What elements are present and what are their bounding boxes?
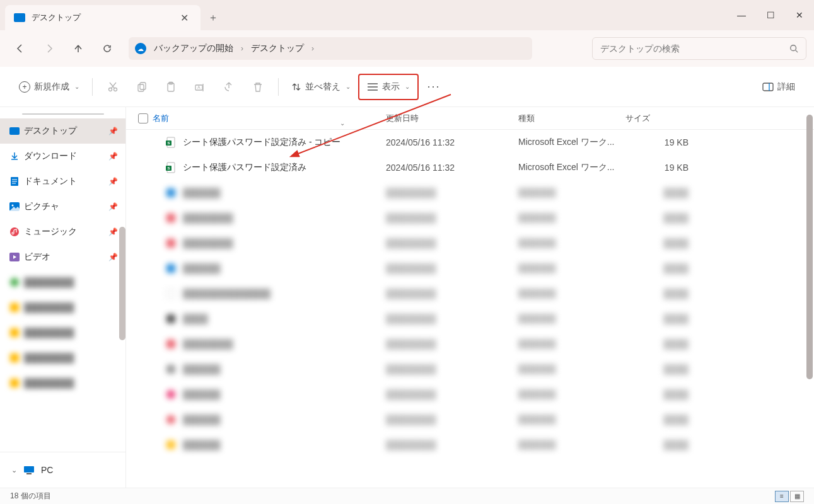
pin-icon: 📌: [108, 227, 118, 236]
chevron-down-icon: ⌄: [346, 83, 351, 90]
sidebar-item-blurred[interactable]: ████████: [0, 320, 125, 345]
delete-button[interactable]: [244, 74, 272, 100]
file-row-blurred[interactable]: ████████████████████████: [126, 432, 814, 457]
share-button[interactable]: [215, 74, 243, 100]
rename-button[interactable]: A: [186, 74, 214, 100]
sidebar-item-label: ドキュメント: [24, 176, 77, 187]
sidebar-item-pc[interactable]: ⌄ PC: [0, 459, 125, 481]
sort-button[interactable]: 並べ替え ⌄: [285, 74, 357, 100]
separator: [92, 78, 93, 96]
svg-rect-9: [763, 83, 773, 91]
up-button[interactable]: [66, 37, 91, 60]
svg-point-13: [10, 227, 19, 236]
minimize-button[interactable]: —: [727, 3, 756, 28]
file-list: 名前 ⌄ 更新日時 種類 サイズ S シート保護パスワード設定済み - コピー …: [126, 107, 814, 488]
sort-indicator-icon: ⌄: [340, 120, 345, 127]
thumbnails-view-button[interactable]: ▦: [790, 491, 804, 502]
file-row-blurred[interactable]: ████████████████████████: [126, 180, 814, 205]
tab-desktop[interactable]: デスクトップ ✕: [5, 5, 201, 30]
breadcrumb-backup[interactable]: バックアップの開始: [151, 43, 236, 54]
sidebar-item-music[interactable]: ミュージック 📌: [0, 219, 125, 244]
sidebar-divider: [22, 113, 104, 115]
sidebar-scrollbar[interactable]: [119, 227, 125, 340]
sidebar-item-blurred[interactable]: ████████: [0, 295, 125, 320]
sidebar-item-blurred[interactable]: ████████: [0, 270, 125, 295]
sidebar-item-label: ミュージック: [24, 226, 77, 238]
file-row[interactable]: S シート保護パスワード設定済み - コピー 2024/05/16 11:32 …: [126, 130, 814, 155]
search-icon: [789, 44, 798, 53]
file-row[interactable]: S シート保護パスワード設定済み 2024/05/16 11:32 Micros…: [126, 155, 814, 180]
svg-rect-15: [24, 466, 34, 472]
pin-icon: 📌: [108, 127, 118, 135]
close-window-button[interactable]: ✕: [785, 3, 814, 28]
toolbar: + 新規作成 ⌄ A 並べ替え ⌄ 表示 ⌄ ··· 詳細: [0, 67, 814, 107]
ellipsis-icon: ···: [427, 80, 440, 93]
file-row-blurred[interactable]: ██████████████████████████: [126, 331, 814, 357]
refresh-button[interactable]: [95, 37, 120, 60]
view-button[interactable]: 表示 ⌄: [358, 74, 419, 100]
new-button[interactable]: + 新規作成 ⌄: [13, 74, 86, 100]
svg-rect-4: [140, 83, 146, 89]
file-row-blurred[interactable]: ████████████████████████: [126, 256, 814, 281]
navbar: ☁ バックアップの開始 › デスクトップ ›: [0, 30, 814, 67]
file-date: 2024/05/16 11:32: [386, 163, 518, 173]
new-tab-button[interactable]: ＋: [201, 5, 226, 30]
new-label: 新規作成: [34, 81, 69, 93]
file-row-blurred[interactable]: ████████████████████████: [126, 407, 814, 432]
window-controls: — ☐ ✕: [727, 3, 814, 28]
sidebar-item-pictures[interactable]: ピクチャ 📌: [0, 194, 125, 219]
file-row-blurred[interactable]: ██████████████████████████: [126, 231, 814, 256]
sidebar-item-blurred[interactable]: ████████: [0, 370, 125, 396]
desktop-icon: [9, 125, 20, 137]
sidebar-item-videos[interactable]: ビデオ 📌: [0, 244, 125, 270]
back-button[interactable]: [8, 37, 33, 60]
sidebar-item-documents[interactable]: ドキュメント 📌: [0, 169, 125, 194]
video-icon: [9, 251, 20, 263]
file-row-blurred[interactable]: ████████████████████████: [126, 357, 814, 382]
copy-button[interactable]: [128, 74, 156, 100]
pin-icon: 📌: [108, 152, 118, 161]
details-view-button[interactable]: ≡: [775, 491, 789, 502]
sidebar-item-blurred[interactable]: ████████: [0, 345, 125, 370]
column-header-name[interactable]: 名前 ⌄: [153, 113, 386, 124]
column-header-type[interactable]: 種類: [518, 113, 625, 124]
file-row-blurred[interactable]: ██████████████████████████: [126, 205, 814, 231]
file-list-scrollbar[interactable]: [806, 115, 813, 379]
file-row-blurred[interactable]: ████████████████████████████████: [126, 281, 814, 306]
search-box[interactable]: [592, 37, 806, 60]
column-headers: 名前 ⌄ 更新日時 種類 サイズ: [126, 107, 814, 130]
column-header-date[interactable]: 更新日時: [386, 113, 518, 124]
svg-point-2: [114, 88, 117, 91]
sidebar-item-label: ダウンロード: [24, 151, 77, 162]
titlebar: デスクトップ ✕ ＋ — ☐ ✕: [0, 0, 814, 30]
sidebar: デスクトップ 📌 ダウンロード 📌 ドキュメント 📌 ピクチャ 📌 ミュージック: [0, 107, 126, 488]
details-pane-button[interactable]: 詳細: [756, 74, 801, 100]
svg-rect-3: [138, 84, 144, 91]
svg-text:S: S: [168, 141, 170, 145]
maximize-button[interactable]: ☐: [756, 3, 785, 28]
file-row-blurred[interactable]: ████████████████████████: [126, 382, 814, 407]
more-button[interactable]: ···: [420, 74, 448, 100]
sort-label: 並べ替え: [305, 81, 340, 93]
plus-circle-icon: +: [19, 81, 30, 93]
search-input[interactable]: [600, 43, 789, 54]
file-row-blurred[interactable]: ██████████████████████: [126, 306, 814, 331]
details-icon: [762, 83, 774, 91]
breadcrumb-desktop[interactable]: デスクトップ: [248, 43, 306, 54]
paste-button[interactable]: [157, 74, 185, 100]
sidebar-item-downloads[interactable]: ダウンロード 📌: [0, 144, 125, 169]
breadcrumb[interactable]: ☁ バックアップの開始 › デスクトップ ›: [129, 37, 532, 60]
close-tab-icon[interactable]: ✕: [177, 10, 192, 25]
statusbar: 18 個の項目 ≡ ▦: [0, 488, 814, 504]
cut-button[interactable]: [99, 74, 127, 100]
sidebar-item-label: ピクチャ: [24, 201, 59, 212]
sidebar-item-label: デスクトップ: [24, 125, 77, 137]
forward-button[interactable]: [37, 37, 62, 60]
select-all-checkbox[interactable]: [134, 113, 153, 123]
details-label: 詳細: [777, 81, 795, 93]
file-rows: S シート保護パスワード設定済み - コピー 2024/05/16 11:32 …: [126, 130, 814, 457]
column-header-size[interactable]: サイズ: [625, 113, 701, 124]
tab-title: デスクトップ: [32, 12, 177, 23]
sidebar-item-desktop[interactable]: デスクトップ 📌: [0, 118, 125, 144]
chevron-right-icon: ›: [236, 44, 248, 53]
